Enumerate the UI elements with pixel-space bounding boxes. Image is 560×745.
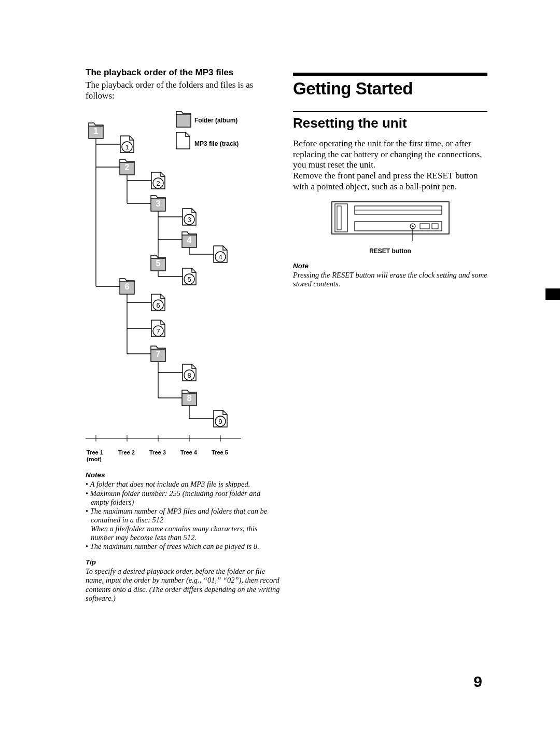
svg-text:2: 2 — [125, 163, 130, 172]
svg-point-63 — [412, 225, 413, 227]
tip-body: To specify a desired playback order, bef… — [86, 567, 280, 602]
section-rule — [293, 73, 487, 76]
tree-axis-labels: Tree 1 (root) Tree 2 Tree 3 Tree 4 Tree … — [86, 449, 241, 464]
svg-text:4: 4 — [218, 253, 222, 261]
svg-rect-64 — [420, 224, 429, 229]
svg-text:7: 7 — [156, 350, 161, 358]
right-note-body: Pressing the RESET button will erase the… — [293, 271, 487, 288]
svg-text:1: 1 — [125, 143, 129, 151]
reset-body-1: Before operating the unit for the first … — [293, 139, 487, 171]
page-number: 9 — [473, 673, 482, 691]
notes-heading: Notes — [86, 471, 280, 479]
note-item: The maximum number of trees which can be… — [86, 542, 280, 551]
svg-text:6: 6 — [125, 282, 130, 291]
svg-text:3: 3 — [187, 216, 191, 224]
svg-text:3: 3 — [156, 199, 161, 208]
svg-text:5: 5 — [156, 259, 161, 268]
note-item: The maximum number of MP3 files and fold… — [86, 507, 280, 542]
reset-caption: RESET button — [293, 247, 487, 255]
page-edge-tab — [545, 288, 560, 300]
notes-list: A folder that does not include an MP3 fi… — [86, 480, 280, 551]
right-note-heading: Note — [293, 262, 487, 270]
svg-text:5: 5 — [187, 275, 191, 283]
subsection-rule — [293, 111, 487, 112]
svg-rect-65 — [432, 224, 438, 229]
section-title: Getting Started — [293, 79, 487, 99]
tree-label-3: Tree 3 — [149, 449, 166, 456]
note-item: Maximum folder number: 255 (including ro… — [86, 489, 280, 507]
svg-text:7: 7 — [156, 327, 160, 335]
note-item: A folder that does not include an MP3 fi… — [86, 480, 280, 489]
reset-body-2: Remove the front panel and press the RES… — [293, 171, 487, 192]
svg-text:6: 6 — [156, 301, 160, 309]
unit-figure: RESET button — [293, 199, 487, 255]
tree-label-1: Tree 1 (root) — [87, 449, 103, 462]
svg-rect-58 — [337, 206, 341, 230]
subsection-title: Resetting the unit — [293, 115, 487, 131]
svg-text:8: 8 — [187, 371, 191, 379]
mp3-tree-diagram: Folder (album) MP3 file (track) — [86, 107, 241, 447]
mp3-order-subhead: The playback order of the MP3 files — [86, 67, 280, 78]
tree-label-4: Tree 4 — [180, 449, 197, 456]
tip-heading: Tip — [86, 558, 280, 566]
svg-text:1: 1 — [94, 127, 99, 135]
svg-text:2: 2 — [156, 180, 160, 187]
svg-text:8: 8 — [187, 394, 192, 403]
mp3-order-intro: The playback order of the folders and fi… — [86, 80, 280, 101]
svg-text:9: 9 — [218, 418, 222, 425]
svg-text:4: 4 — [187, 236, 192, 244]
tree-svg: 1 1 2 2 — [86, 107, 241, 447]
tree-label-5: Tree 5 — [212, 449, 228, 456]
tree-label-2: Tree 2 — [118, 449, 135, 456]
